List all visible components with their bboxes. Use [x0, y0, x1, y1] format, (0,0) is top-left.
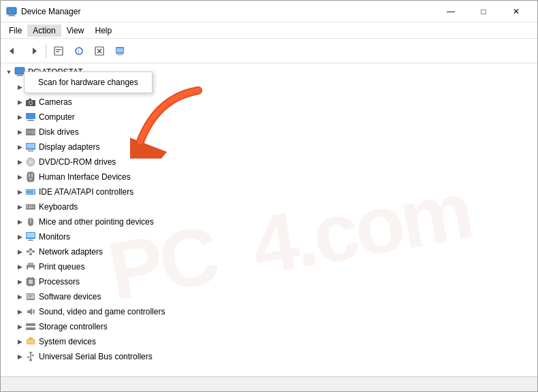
list-item[interactable]: ▶ System devices — [1, 334, 537, 349]
system-icon — [25, 336, 36, 347]
list-item[interactable]: ▶ Disk drives — [1, 125, 537, 140]
svg-point-40 — [30, 161, 31, 163]
expand-btn[interactable]: ▶ — [14, 276, 25, 287]
svg-marker-3 — [10, 48, 14, 54]
list-item[interactable]: ▶ Keyboards — [1, 199, 537, 214]
scan-hardware-item[interactable]: Scan for hardware changes — [25, 75, 152, 90]
item-label: Print queues — [39, 262, 84, 272]
item-label: DVD/CD-ROM drives — [39, 157, 116, 167]
menu-bar: File Action View Help — [1, 22, 537, 39]
menu-action[interactable]: Action — [27, 24, 61, 37]
expand-btn[interactable]: ▶ — [14, 291, 25, 302]
svg-rect-50 — [31, 191, 33, 193]
svg-rect-0 — [7, 7, 16, 14]
expand-btn[interactable]: ▶ — [14, 216, 25, 227]
expand-btn[interactable]: ▶ — [14, 306, 25, 317]
svg-rect-43 — [31, 174, 33, 177]
svg-marker-95 — [27, 308, 32, 315]
title-bar: Device Manager — □ ✕ — [1, 1, 537, 22]
list-item[interactable]: ▶ Universal Serial Bus controllers — [1, 349, 537, 364]
list-item[interactable]: ▶ Display adapters — [1, 140, 537, 154]
item-label: Mice and other pointing devices — [39, 217, 154, 227]
toolbar-uninstall[interactable] — [90, 42, 109, 61]
list-item[interactable]: ▶ Network adapters — [1, 244, 537, 259]
computer-icon — [25, 112, 36, 122]
list-item[interactable]: ▶ Computer — [1, 110, 537, 125]
expand-btn[interactable]: ▶ — [14, 142, 25, 152]
monitor-icon — [25, 231, 36, 242]
item-label: Keyboards — [39, 202, 78, 212]
svg-rect-14 — [117, 54, 123, 55]
toolbar-update[interactable]: ! — [69, 42, 89, 61]
minimize-button[interactable]: — — [435, 2, 466, 21]
svg-rect-66 — [29, 253, 32, 255]
menu-view[interactable]: View — [61, 24, 90, 37]
item-label: Sound, video and game controllers — [39, 307, 165, 316]
expand-btn[interactable]: ▶ — [14, 351, 25, 362]
svg-rect-57 — [29, 207, 33, 208]
list-item[interactable]: ▶ Storage controllers — [1, 319, 537, 334]
svg-rect-2 — [7, 16, 16, 16]
status-bar — [1, 376, 537, 391]
svg-rect-29 — [27, 120, 35, 121]
restore-button[interactable]: □ — [468, 2, 499, 21]
toolbar-forward[interactable] — [24, 42, 43, 61]
list-item[interactable]: ▶ Mice and other pointing devices — [1, 214, 537, 229]
svg-rect-75 — [28, 267, 33, 270]
expand-btn[interactable]: ▶ — [14, 321, 25, 332]
toolbar-sep1 — [46, 44, 46, 58]
svg-rect-63 — [27, 233, 35, 238]
toolbar: ! — [1, 39, 537, 63]
toolbar-back[interactable] — [3, 42, 22, 61]
expand-btn[interactable]: ▶ — [14, 261, 25, 272]
expand-btn[interactable]: ▶ — [14, 186, 25, 197]
svg-point-25 — [30, 102, 32, 104]
svg-rect-37 — [27, 144, 35, 148]
svg-rect-52 — [27, 206, 28, 207]
expand-btn[interactable]: ▶ — [14, 246, 25, 257]
app-icon — [6, 6, 17, 17]
printer-icon — [25, 261, 36, 272]
list-item[interactable]: ▶ Software devices — [1, 289, 537, 304]
window-title: Device Manager — [21, 7, 435, 16]
svg-point-99 — [33, 328, 34, 329]
svg-rect-74 — [28, 263, 33, 265]
menu-help[interactable]: Help — [90, 24, 118, 37]
list-item[interactable]: ▶ — [1, 274, 537, 289]
title-bar-buttons: — □ ✕ — [435, 2, 532, 21]
expand-btn[interactable]: ▶ — [14, 201, 25, 212]
toolbar-properties[interactable] — [49, 42, 68, 61]
svg-marker-104 — [29, 352, 33, 354]
svg-rect-78 — [29, 280, 33, 284]
list-item[interactable]: ▶ Human Interface Devices — [1, 169, 537, 184]
svg-rect-101 — [27, 340, 34, 344]
main-area: PC 4.com ▼ PC\ATOPSTAT... Scan for hardw… — [1, 63, 537, 376]
list-item[interactable]: ▶ DVD/CD-ROM drives — [1, 154, 537, 169]
expand-btn[interactable]: ▶ — [14, 127, 25, 137]
sound-icon — [25, 306, 36, 317]
list-item[interactable]: ▶ Print queues — [1, 259, 537, 274]
network-icon — [25, 246, 36, 257]
item-label: Universal Serial Bus controllers — [39, 352, 153, 361]
usb-icon — [25, 351, 36, 362]
close-button[interactable]: ✕ — [501, 2, 532, 21]
expand-btn[interactable]: ▶ — [14, 112, 25, 122]
list-item[interactable]: ▶ Sound, video and game controllers — [1, 304, 537, 319]
list-item[interactable]: ▶ Monitors — [1, 229, 537, 244]
svg-rect-26 — [29, 99, 31, 101]
expand-btn[interactable]: ▶ — [14, 97, 25, 108]
list-item[interactable]: ▶ Cameras — [1, 95, 537, 110]
expand-btn[interactable]: ▶ — [14, 157, 25, 167]
item-label: Software devices — [39, 292, 101, 301]
toolbar-scan[interactable] — [110, 42, 129, 61]
context-menu[interactable]: Scan for hardware changes — [24, 71, 153, 93]
list-item[interactable]: ▶ IDE ATA/ATAPI controllers — [1, 184, 537, 199]
expand-btn[interactable]: ▶ — [14, 336, 25, 347]
expand-btn[interactable]: ▶ — [14, 172, 25, 182]
expand-btn[interactable]: ▶ — [14, 231, 25, 242]
tree-area[interactable]: PC 4.com ▼ PC\ATOPSTAT... Scan for hardw… — [1, 63, 537, 376]
expand-root[interactable]: ▼ — [3, 67, 14, 78]
item-label: Disk drives — [39, 127, 79, 137]
menu-file[interactable]: File — [3, 24, 27, 37]
item-label: IDE ATA/ATAPI controllers — [39, 187, 133, 197]
